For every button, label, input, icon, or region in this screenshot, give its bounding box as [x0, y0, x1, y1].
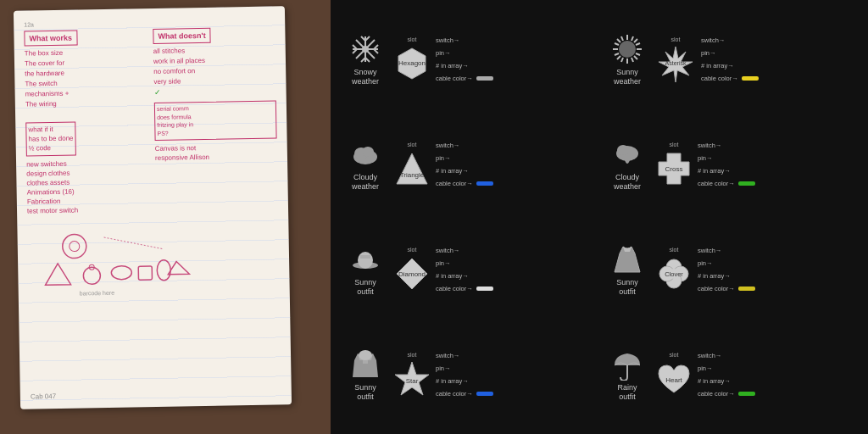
left-panel: 12a What works The box size The cover fo… [0, 0, 331, 434]
slot-label: slot [408, 352, 417, 358]
svg-line-7 [104, 236, 164, 249]
cable-color-bar [742, 76, 759, 81]
cable-color-bar [738, 392, 755, 396]
pin-label: pin→ [698, 153, 713, 163]
sunny-outfit-clover-label: Sunnyoutfit [616, 278, 638, 297]
snowy-weather-icon-group: Snowyweather [342, 32, 388, 86]
card-cloudy-triangle: Cloudyweather slot Triangle switch→ pin→… [337, 112, 599, 217]
clover-info: switch→ pin→ # in array→ cable color→ [698, 246, 755, 294]
switch-label: switch→ [436, 36, 459, 45]
slot-label: slot [671, 36, 681, 42]
cloudy-weather-icon-group: Cloudyweather [342, 137, 388, 192]
svg-point-46 [362, 147, 374, 157]
asterisk-info: switch→ pin→ # in array→ cable color→ [701, 36, 759, 84]
card-snowy-hexagon: Snowyweather slot Hexagon switch→ pin→ #… [337, 7, 599, 112]
svg-point-8 [157, 259, 170, 280]
cable-color-bar [476, 392, 493, 396]
svg-rect-54 [360, 255, 370, 259]
umbrella-icon [610, 348, 644, 381]
count-label: # in array→ [436, 376, 469, 386]
sunny-weather-icon-group: Sunnyweather [604, 32, 650, 86]
svg-point-6 [70, 241, 80, 251]
snowflake-icon [348, 32, 382, 66]
cable-label: cable color→ [436, 284, 473, 293]
cloudy-weather-cross-label: Cloudyweather [614, 173, 641, 192]
heart-info: switch→ pin→ # in array→ cable color→ [698, 351, 755, 399]
hexagon-slot: slot Hexagon [393, 45, 431, 82]
slot-label: slot [408, 142, 417, 147]
svg-line-36 [615, 43, 619, 45]
svg-line-40 [621, 58, 623, 62]
switch-label: switch→ [698, 246, 721, 255]
cloud-drop-icon [610, 137, 644, 171]
slot-label: slot [670, 142, 679, 147]
cross-slot: slot Cross [655, 150, 693, 187]
cable-color-bar [476, 76, 493, 81]
count-label: # in array→ [698, 376, 731, 386]
slot-label: slot [670, 352, 679, 358]
star-slot: slot Star [393, 360, 431, 398]
svg-text:Cross: Cross [665, 165, 683, 173]
cable-color-bar [738, 287, 755, 291]
cable-color-bar [476, 181, 493, 186]
pin-label: pin→ [698, 364, 713, 373]
cable-label: cable color→ [701, 74, 738, 83]
switch-label: switch→ [698, 141, 721, 150]
count-label: # in array→ [436, 61, 469, 70]
cloudy-weather-label: Cloudyweather [352, 173, 379, 192]
switch-label: switch→ [701, 36, 725, 45]
cable-color-bar [738, 181, 755, 186]
svg-point-50 [617, 145, 629, 155]
switch-label: switch→ [698, 351, 721, 360]
svg-marker-47 [397, 153, 427, 184]
cable-label: cable color→ [436, 179, 473, 188]
cable-label: cable color→ [436, 74, 473, 83]
count-label: # in array→ [698, 271, 731, 281]
cable-color-bar [476, 287, 493, 291]
cloud-icon [348, 137, 382, 171]
card-sunny-asterisk: Sunnyweather slot Asterisk switch→ pin→ … [599, 7, 861, 112]
svg-text:Asterisk: Asterisk [665, 60, 687, 66]
svg-text:Star: Star [406, 377, 419, 385]
svg-text:Triangle: Triangle [400, 171, 425, 179]
switch-label: switch→ [436, 351, 459, 360]
sunny-outfit-jacket-icon-group: Sunnyoutfit [342, 348, 388, 402]
svg-text:Hexagon: Hexagon [398, 59, 426, 67]
svg-text:Heart: Heart [665, 376, 682, 384]
card-rainy-outfit-heart: Rainyoutfit slot Heart switch→ pin→ # in… [599, 322, 861, 427]
pin-label: pin→ [436, 259, 451, 268]
cable-label: cable color→ [698, 179, 735, 188]
switch-label: switch→ [436, 141, 459, 150]
diamond-slot: slot Diamond [393, 255, 431, 292]
clover-slot: slot Clover [655, 255, 693, 292]
diamond-info: switch→ pin→ # in array→ cable color→ [436, 246, 493, 294]
svg-text:Clover: Clover [665, 270, 683, 278]
notebook: 12a What works The box size The cover fo… [14, 6, 292, 409]
svg-line-32 [634, 39, 637, 42]
sunny-outfit-dress-icon-group: Sunnyoutfit [604, 242, 650, 297]
svg-line-31 [634, 56, 637, 59]
svg-line-35 [632, 36, 633, 41]
sunny-outfit-star-label: Sunnyoutfit [354, 383, 376, 402]
asterisk-slot: slot Asterisk [655, 45, 696, 82]
svg-line-30 [617, 39, 620, 42]
cable-label: cable color→ [698, 284, 735, 293]
what-works-title: What works [24, 30, 77, 47]
rainy-outfit-umbrella-icon-group: Rainyoutfit [604, 348, 650, 402]
card-cloudy-cross: Cloudyweather slot Cross switch→ pin→ # … [599, 112, 861, 217]
cable-label: cable color→ [436, 389, 473, 398]
heart-slot: slot Heart [655, 360, 693, 398]
svg-point-53 [358, 252, 373, 269]
svg-marker-0 [45, 263, 70, 285]
pin-label: pin→ [436, 153, 451, 163]
sun-asterisk-icon [610, 32, 644, 66]
star-info: switch→ pin→ # in array→ cable color→ [436, 351, 493, 399]
svg-line-33 [617, 56, 620, 59]
svg-point-25 [619, 41, 636, 58]
card-sunny-outfit-diamond: Sunnyoutfit slot Diamond switch→ pin→ # … [337, 217, 599, 322]
rainy-outfit-label: Rainyoutfit [617, 383, 637, 402]
snowy-weather-label: Snowyweather [352, 68, 379, 86]
count-label: # in array→ [436, 166, 469, 175]
svg-text:barcode here: barcode here [80, 289, 114, 296]
cloudy-weather-cross-icon-group: Cloudyweather [604, 137, 650, 192]
